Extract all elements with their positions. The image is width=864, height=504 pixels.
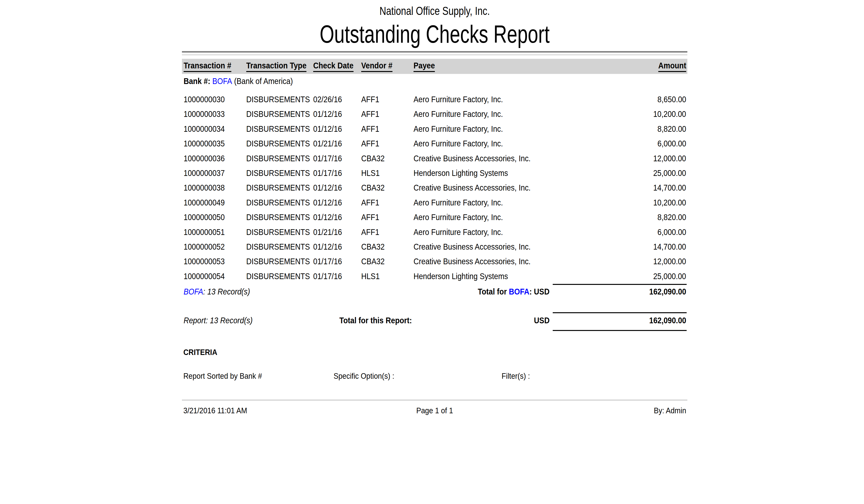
cell-check-date: 01/12/16 xyxy=(313,107,342,121)
cell-amount: 10,200.00 xyxy=(653,195,686,210)
group-record-count-text: : 13 Record(s) xyxy=(203,287,250,296)
bank-group-header: Bank #: BOFA (Bank of America) xyxy=(184,76,293,86)
bank-label: Bank #: xyxy=(184,76,210,86)
cell-vendor-number: AFF1 xyxy=(361,107,379,121)
group-record-bank-code: BOFA xyxy=(184,287,203,296)
report-total-label: Total for this Report: xyxy=(339,314,412,326)
table-row: 1000000036 DISBURSEMENTS 01/17/16 CBA32 … xyxy=(182,151,687,166)
cell-transaction-number: 1000000038 xyxy=(184,180,225,195)
cell-payee: Creative Business Accessories, Inc. xyxy=(413,151,531,166)
cell-transaction-type: DISBURSEMENTS xyxy=(246,180,310,195)
criteria-specific-options: Specific Option(s) : xyxy=(334,371,394,381)
cell-transaction-number: 1000000033 xyxy=(184,107,225,121)
cell-transaction-number: 1000000050 xyxy=(184,210,225,224)
cell-payee: Creative Business Accessories, Inc. xyxy=(413,180,531,195)
cell-payee: Aero Furniture Factory, Inc. xyxy=(413,225,503,239)
table-row: 1000000049 DISBURSEMENTS 01/12/16 AFF1 A… xyxy=(182,195,687,210)
column-header-transaction-type: Transaction Type xyxy=(246,61,307,72)
report-total-currency: USD xyxy=(534,314,550,326)
cell-transaction-type: DISBURSEMENTS xyxy=(246,92,310,107)
cell-transaction-type: DISBURSEMENTS xyxy=(246,166,310,180)
cell-transaction-number: 1000000049 xyxy=(184,195,225,210)
table-row: 1000000033 DISBURSEMENTS 01/12/16 AFF1 A… xyxy=(182,107,687,121)
cell-check-date: 01/17/16 xyxy=(313,151,342,166)
footer-page-number: Page 1 of 1 xyxy=(212,405,657,416)
bank-code: BOFA xyxy=(213,76,232,86)
report-total-rule-top xyxy=(553,312,687,313)
cell-vendor-number: AFF1 xyxy=(361,136,379,151)
table-row: 1000000051 DISBURSEMENTS 01/21/16 AFF1 A… xyxy=(182,225,687,239)
group-total-rule xyxy=(553,284,687,285)
column-header-check-date: Check Date xyxy=(313,61,353,72)
cell-payee: Creative Business Accessories, Inc. xyxy=(413,254,531,268)
cell-check-date: 01/17/16 xyxy=(313,166,342,180)
cell-amount: 8,820.00 xyxy=(657,210,686,224)
table-row: 1000000052 DISBURSEMENTS 01/12/16 CBA32 … xyxy=(182,239,687,254)
report-title: Outstanding Checks Report xyxy=(245,21,624,48)
criteria-row: Report Sorted by Bank # Specific Option(… xyxy=(182,371,687,381)
group-record-count: BOFA: 13 Record(s) xyxy=(184,286,250,298)
cell-payee: Creative Business Accessories, Inc. xyxy=(413,239,531,254)
cell-check-date: 01/12/16 xyxy=(313,180,342,195)
cell-amount: 10,200.00 xyxy=(653,107,686,121)
bank-group-total-row: BOFA: 13 Record(s) Total for BOFA: USD 1… xyxy=(182,286,687,298)
cell-payee: Aero Furniture Factory, Inc. xyxy=(413,107,503,121)
cell-transaction-number: 1000000052 xyxy=(184,239,225,254)
cell-transaction-type: DISBURSEMENTS xyxy=(246,225,310,239)
cell-check-date: 01/17/16 xyxy=(313,269,342,284)
cell-payee: Aero Furniture Factory, Inc. xyxy=(413,121,503,136)
cell-transaction-type: DISBURSEMENTS xyxy=(246,254,310,268)
footer-generated-by: By: Admin xyxy=(654,405,686,416)
table-row: 1000000053 DISBURSEMENTS 01/17/16 CBA32 … xyxy=(182,254,687,268)
cell-payee: Henderson Lighting Systems xyxy=(413,166,508,180)
cell-amount: 6,000.00 xyxy=(657,225,686,239)
cell-check-date: 01/17/16 xyxy=(313,254,342,268)
table-body: 1000000030 DISBURSEMENTS 02/26/16 AFF1 A… xyxy=(182,92,687,284)
group-total-amount: 162,090.00 xyxy=(649,286,686,298)
cell-transaction-type: DISBURSEMENTS xyxy=(246,210,310,224)
cell-check-date: 01/12/16 xyxy=(313,210,342,224)
cell-amount: 8,820.00 xyxy=(657,121,686,136)
cell-check-date: 01/12/16 xyxy=(313,239,342,254)
report-total-amount: 162,090.00 xyxy=(649,314,686,326)
bank-name: (Bank of America) xyxy=(234,76,293,86)
column-header-amount: Amount xyxy=(658,61,686,72)
cell-transaction-number: 1000000034 xyxy=(184,121,225,136)
cell-transaction-number: 1000000053 xyxy=(184,254,225,268)
title-rule-thick xyxy=(182,51,687,52)
table-row: 1000000050 DISBURSEMENTS 01/12/16 AFF1 A… xyxy=(182,210,687,224)
title-rule-thin xyxy=(182,55,687,55)
criteria-heading: CRITERIA xyxy=(183,348,217,357)
table-row: 1000000035 DISBURSEMENTS 01/21/16 AFF1 A… xyxy=(182,136,687,151)
cell-transaction-number: 1000000030 xyxy=(184,92,225,107)
table-row: 1000000037 DISBURSEMENTS 01/17/16 HLS1 H… xyxy=(182,166,687,180)
cell-vendor-number: AFF1 xyxy=(361,121,379,136)
table-row: 1000000038 DISBURSEMENTS 01/12/16 CBA32 … xyxy=(182,180,687,195)
cell-vendor-number: CBA32 xyxy=(361,151,385,166)
footer-rule xyxy=(182,400,687,400)
column-header-transaction-number: Transaction # xyxy=(184,61,231,72)
cell-check-date: 02/26/16 xyxy=(313,92,342,107)
cell-transaction-type: DISBURSEMENTS xyxy=(246,239,310,254)
cell-check-date: 01/21/16 xyxy=(313,136,342,151)
spacer xyxy=(232,76,234,86)
cell-vendor-number: AFF1 xyxy=(361,92,379,107)
cell-check-date: 01/21/16 xyxy=(313,225,342,239)
cell-amount: 12,000.00 xyxy=(653,254,686,268)
cell-transaction-type: DISBURSEMENTS xyxy=(246,121,310,136)
cell-transaction-type: DISBURSEMENTS xyxy=(246,151,310,166)
criteria-sorted-by: Report Sorted by Bank # xyxy=(183,371,262,381)
criteria-filters: Filter(s) : xyxy=(502,371,530,381)
company-name: National Office Supply, Inc. xyxy=(232,5,637,17)
report-total-row: Report: 13 Record(s) Total for this Repo… xyxy=(182,314,687,326)
group-total-label: Total for BOFA: USD xyxy=(478,286,550,298)
cell-vendor-number: CBA32 xyxy=(361,180,385,195)
table-header-row: Transaction # Transaction Type Check Dat… xyxy=(182,59,687,74)
cell-transaction-number: 1000000054 xyxy=(184,269,225,284)
cell-amount: 12,000.00 xyxy=(653,151,686,166)
group-total-bank-code: BOFA xyxy=(509,287,530,296)
column-header-vendor-number: Vendor # xyxy=(361,61,392,72)
cell-payee: Aero Furniture Factory, Inc. xyxy=(413,195,503,210)
cell-transaction-number: 1000000037 xyxy=(184,166,225,180)
report-total-rule-bottom xyxy=(553,330,687,331)
